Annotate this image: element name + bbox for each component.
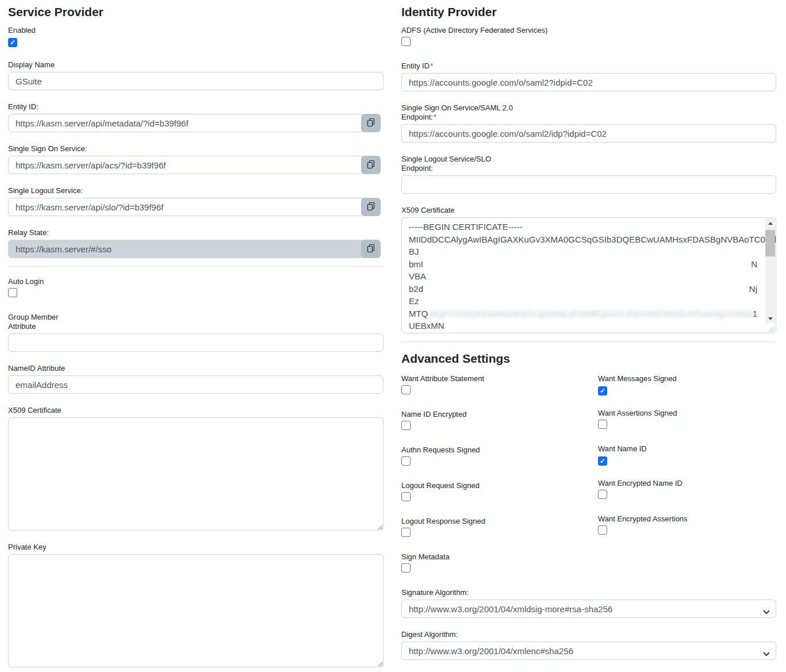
nameid-attribute-field: NameID Attribute: [8, 364, 384, 394]
advanced-settings-title: Advanced Settings: [401, 352, 776, 365]
want-name-id-checkbox[interactable]: [598, 456, 607, 466]
required-mark: *: [434, 113, 436, 121]
idp-slo-endpoint-input[interactable]: [401, 175, 776, 194]
name-id-encrypted-field: Name ID Encrypted: [401, 410, 598, 432]
scrollbar-thumb[interactable]: [765, 230, 775, 256]
want-messages-signed-field: Want Messages Signed: [598, 374, 776, 395]
copy-entity-id-button[interactable]: [361, 114, 381, 132]
signature-algorithm-select[interactable]: http://www.w3.org/2001/04/xmldsig-more#r…: [401, 600, 776, 618]
enabled-field: Enabled: [8, 26, 384, 47]
digest-algorithm-label: Digest Algorithm:: [401, 630, 458, 639]
signature-algorithm-label: Signature Algorithm:: [401, 588, 469, 597]
idp-divider: [401, 341, 776, 342]
want-messages-signed-checkbox[interactable]: [598, 386, 607, 395]
want-name-id-field: Want Name ID: [598, 444, 776, 466]
idp-x509-label: X509 Certificate: [401, 206, 455, 214]
sp-x509-textarea[interactable]: [8, 417, 384, 531]
copy-relay-state-button[interactable]: [361, 240, 381, 258]
idp-sso-endpoint-field: Single Sign On Service/SAML 2.0 Endpoint…: [401, 103, 776, 143]
sign-metadata-checkbox[interactable]: [401, 563, 411, 573]
idp-entity-id-input[interactable]: [401, 73, 776, 91]
sp-slo-label: Single Logout Service:: [8, 186, 83, 195]
idp-sso-endpoint-label: Single Sign On Service/SAML 2.0 Endpoint…: [401, 103, 513, 121]
sp-x509-field: X509 Certificate: [8, 406, 384, 531]
logout-response-signed-field: Logout Response Signed: [401, 517, 598, 539]
idp-slo-endpoint-label: Single Logout Service/SLO Endpoint:: [401, 155, 491, 172]
resize-grip-icon[interactable]: [767, 324, 775, 332]
relay-state-input[interactable]: [8, 240, 364, 258]
authn-requests-signed-checkbox[interactable]: [401, 456, 411, 466]
want-encrypted-assertions-checkbox[interactable]: [598, 525, 607, 535]
display-name-field: Display Name: [8, 60, 384, 90]
private-key-label: Private Key: [8, 543, 46, 551]
auto-login-checkbox[interactable]: [8, 288, 17, 297]
private-key-textarea[interactable]: [8, 554, 384, 667]
sign-metadata-field: Sign Metadata: [401, 552, 598, 575]
logout-request-signed-field: Logout Request Signed: [401, 481, 598, 504]
sp-entity-id-field: Entity ID:: [8, 102, 384, 132]
copy-icon: [366, 244, 375, 255]
digest-algorithm-select[interactable]: http://www.w3.org/2001/04/xmlenc#sha256: [401, 642, 776, 660]
display-name-label: Display Name: [8, 60, 55, 69]
service-provider-section: Service Provider Enabled Display Name En…: [8, 6, 384, 672]
digest-algorithm-field: Digest Algorithm: http://www.w3.org/2001…: [401, 630, 776, 660]
sp-sso-label: Single Sign On Service:: [8, 144, 87, 153]
service-provider-title: Service Provider: [8, 6, 384, 18]
idp-slo-endpoint-field: Single Logout Service/SLO Endpoint:: [401, 155, 776, 194]
auto-login-label: Auto Login: [8, 277, 44, 286]
sp-entity-id-label: Entity ID:: [8, 102, 39, 111]
saml-settings-page: Service Provider Enabled Display Name En…: [0, 0, 786, 672]
copy-slo-button[interactable]: [361, 198, 381, 216]
adfs-checkbox[interactable]: [401, 37, 411, 46]
advanced-settings-grid: Want Attribute Statement Name ID Encrypt…: [401, 374, 776, 588]
idp-x509-field: X509 Certificate -----BEGIN CERTIFICATE-…: [401, 206, 776, 333]
auto-login-field: Auto Login: [8, 277, 384, 299]
sp-slo-input[interactable]: [8, 198, 364, 216]
want-attribute-statement-field: Want Attribute Statement: [401, 374, 598, 397]
want-encrypted-name-id-field: Want Encrypted Name ID: [598, 479, 776, 501]
copy-icon: [366, 160, 375, 171]
relay-state-field: Relay State:: [8, 228, 384, 258]
scroll-down-arrow-icon[interactable]: [765, 314, 775, 323]
idp-entity-id-label: Entity ID: [401, 62, 430, 70]
name-id-encrypted-checkbox[interactable]: [401, 421, 411, 430]
relay-state-label: Relay State:: [8, 228, 49, 237]
adfs-label: ADFS (Active Directory Federated Service…: [401, 26, 547, 34]
signature-algorithm-field: Signature Algorithm: http://www.w3.org/2…: [401, 588, 776, 618]
private-key-field: Private Key: [8, 543, 384, 667]
copy-sso-button[interactable]: [361, 156, 381, 174]
nameid-attribute-input[interactable]: [8, 375, 384, 394]
want-assertions-signed-field: Want Assertions Signed: [598, 409, 776, 431]
logout-request-signed-checkbox[interactable]: [401, 492, 411, 501]
want-encrypted-assertions-field: Want Encrypted Assertions: [598, 514, 776, 537]
scroll-up-arrow-icon[interactable]: [765, 218, 775, 228]
enabled-label: Enabled: [8, 26, 36, 34]
want-attribute-statement-checkbox[interactable]: [401, 385, 411, 394]
want-assertions-signed-checkbox[interactable]: [598, 420, 607, 429]
group-member-attribute-field: Group Member Attribute: [8, 313, 384, 352]
group-member-attribute-label: Group Member Attribute: [8, 313, 58, 331]
sp-divider: [8, 266, 384, 267]
identity-provider-section: Identity Provider ADFS (Active Directory…: [401, 6, 776, 672]
idp-entity-id-field: Entity ID*: [401, 62, 776, 91]
nameid-attribute-label: NameID Attribute: [8, 364, 65, 373]
sp-sso-field: Single Sign On Service:: [8, 144, 384, 174]
idp-sso-endpoint-input[interactable]: [401, 124, 776, 143]
authn-requests-signed-field: Authn Requests Signed: [401, 446, 598, 468]
idp-x509-textarea[interactable]: -----BEGIN CERTIFICATE----- MIIDdDCCAlyg…: [401, 217, 776, 333]
sp-entity-id-input[interactable]: [8, 114, 364, 132]
adfs-field: ADFS (Active Directory Federated Service…: [401, 26, 776, 48]
required-mark: *: [430, 62, 433, 70]
display-name-input[interactable]: [8, 72, 384, 90]
scrollbar[interactable]: [765, 218, 775, 323]
sp-slo-field: Single Logout Service:: [8, 186, 384, 216]
sp-x509-label: X509 Certificate: [8, 406, 62, 414]
group-member-attribute-input[interactable]: [8, 333, 384, 352]
sp-sso-input[interactable]: [8, 156, 364, 174]
logout-response-signed-checkbox[interactable]: [401, 528, 411, 537]
want-encrypted-name-id-checkbox[interactable]: [598, 490, 607, 499]
identity-provider-title: Identity Provider: [401, 6, 776, 18]
enabled-checkbox[interactable]: [8, 38, 17, 47]
copy-icon: [366, 202, 375, 213]
copy-icon: [366, 118, 375, 129]
